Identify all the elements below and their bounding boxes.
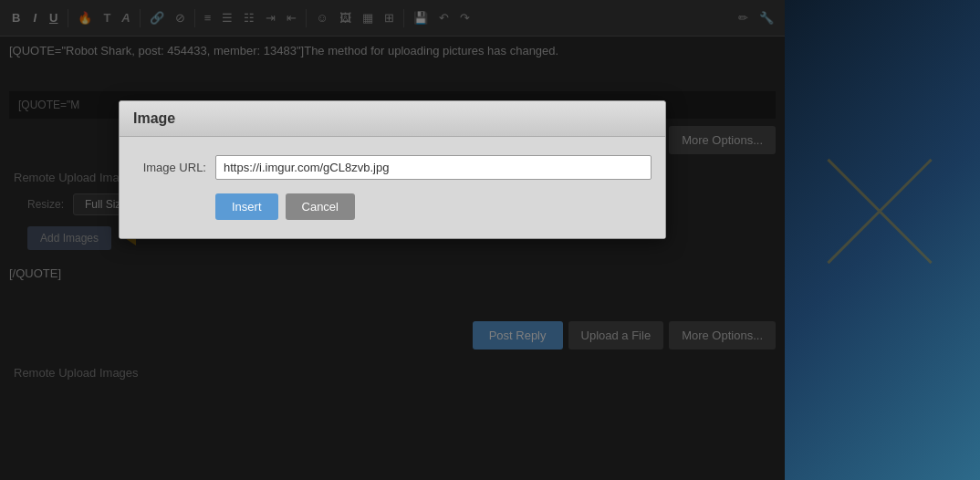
insert-button[interactable]: Insert <box>215 193 278 220</box>
modal-overlay <box>0 0 785 480</box>
x-decoration <box>798 137 962 301</box>
dialog-header: Image <box>120 101 665 137</box>
image-url-input[interactable] <box>215 155 652 180</box>
dialog-body: Image URL: Insert Cancel <box>120 137 665 238</box>
dialog-title: Image <box>133 110 175 126</box>
dialog-buttons: Insert Cancel <box>133 193 652 220</box>
cancel-button[interactable]: Cancel <box>286 193 355 220</box>
image-dialog: Image Image URL: Insert Cancel <box>119 100 666 239</box>
dialog-url-label: Image URL: <box>133 161 206 174</box>
dialog-url-row: Image URL: <box>133 155 652 180</box>
